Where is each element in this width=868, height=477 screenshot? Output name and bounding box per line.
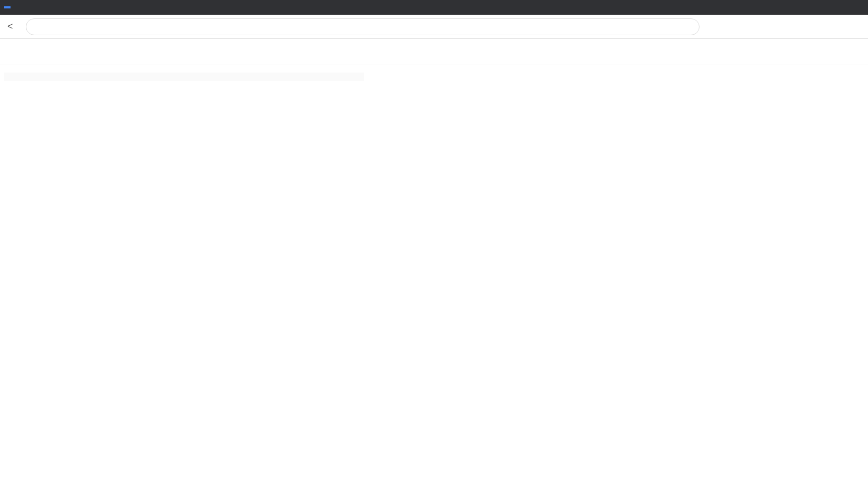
- code-block[interactable]: [4, 73, 364, 81]
- back-icon[interactable]: <: [7, 21, 13, 32]
- browser-bookmark-bar: [0, 0, 868, 15]
- editor-toolbar: [0, 39, 868, 65]
- editor-header: <: [0, 15, 868, 39]
- section-heading: [4, 65, 364, 69]
- article-title-input[interactable]: [26, 18, 700, 35]
- editor-left-pane[interactable]: [0, 65, 368, 477]
- apps-button[interactable]: [4, 6, 11, 8]
